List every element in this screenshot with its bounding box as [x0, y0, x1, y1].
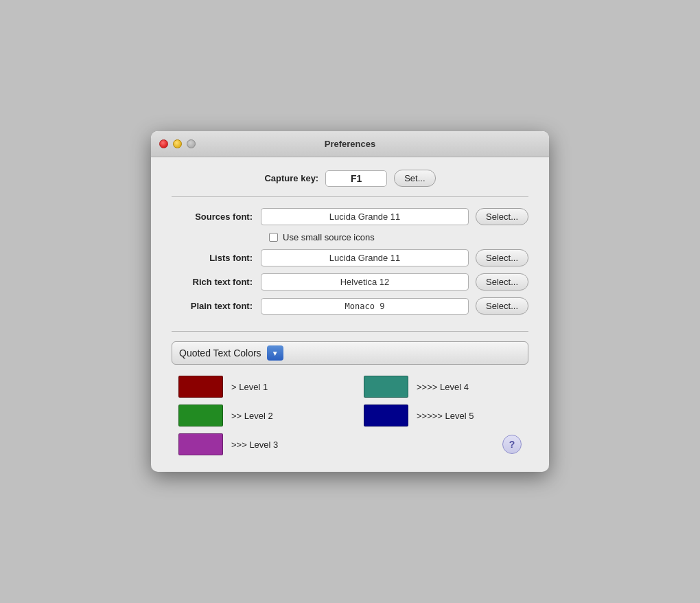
lists-font-select-button[interactable]: Select... [476, 249, 528, 266]
color-level-1-row: > Level 1 [178, 376, 336, 398]
lists-font-display: Lucida Grande 11 [261, 249, 469, 266]
set-key-button[interactable]: Set... [394, 170, 435, 187]
window-title: Preferences [325, 139, 375, 149]
color-level-4-label: >>>> Level 4 [417, 382, 469, 392]
color-level-5-row: >>>>> Level 5 [364, 405, 522, 426]
rich-text-font-select-button[interactable]: Select... [476, 273, 528, 291]
lists-font-label: Lists font: [172, 253, 261, 263]
rich-text-font-display: Helvetica 12 [261, 273, 469, 291]
minimize-button[interactable] [173, 139, 182, 148]
sources-font-row: Sources font: Lucida Grande 11 Select... [172, 208, 528, 225]
lists-font-row: Lists font: Lucida Grande 11 Select... [172, 249, 528, 266]
sources-font-select-button[interactable]: Select... [476, 208, 528, 225]
color-level-1-label: > Level 1 [231, 382, 268, 392]
help-row: ? [364, 433, 522, 455]
zoom-button[interactable] [187, 139, 196, 148]
small-icons-checkbox[interactable] [269, 233, 278, 242]
color-level-5-swatch[interactable] [364, 405, 408, 426]
quoted-text-colors-dropdown[interactable]: Quoted Text Colors ▼ [172, 341, 528, 365]
plain-text-font-select-button[interactable]: Select... [476, 297, 528, 315]
small-icons-label: Use small source icons [283, 232, 375, 242]
preferences-window: Preferences Capture key: F1 Set... Sourc… [151, 131, 549, 472]
color-level-4-row: >>>> Level 4 [364, 376, 522, 398]
color-level-2-swatch[interactable] [178, 405, 223, 426]
dropdown-arrow-icon: ▼ [267, 345, 283, 361]
color-level-1-swatch[interactable] [178, 376, 223, 398]
color-level-2-row: >> Level 2 [178, 405, 336, 426]
dropdown-label: Quoted Text Colors [179, 348, 261, 359]
color-level-2-label: >> Level 2 [231, 411, 273, 421]
close-button[interactable] [159, 139, 168, 148]
color-level-3-swatch[interactable] [178, 433, 223, 455]
font-section: Sources font: Lucida Grande 11 Select...… [172, 208, 528, 332]
plain-text-font-display: Monaco 9 [261, 298, 469, 315]
plain-text-font-label: Plain text font: [172, 301, 261, 311]
titlebar: Preferences [151, 131, 549, 157]
window-content: Capture key: F1 Set... Sources font: Luc… [151, 157, 549, 472]
rich-text-font-label: Rich text font: [172, 277, 261, 287]
color-level-4-swatch[interactable] [364, 376, 408, 398]
capture-key-label: Capture key: [264, 173, 318, 183]
color-grid: > Level 1 >>>> Level 4 >> Level 2 >>>>> … [172, 376, 528, 455]
colors-section: Quoted Text Colors ▼ > Level 1 >>>> Leve… [172, 341, 528, 455]
sources-font-display: Lucida Grande 11 [261, 208, 469, 225]
color-level-3-row: >>> Level 3 [178, 433, 336, 455]
small-icons-row: Use small source icons [269, 232, 528, 242]
plain-text-font-row: Plain text font: Monaco 9 Select... [172, 297, 528, 315]
color-level-3-label: >>> Level 3 [231, 440, 278, 450]
sources-font-label: Sources font: [172, 212, 261, 222]
capture-key-row: Capture key: F1 Set... [172, 170, 528, 197]
capture-key-display: F1 [325, 170, 387, 187]
color-level-5-label: >>>>> Level 5 [417, 411, 474, 421]
traffic-lights [159, 139, 196, 148]
help-button[interactable]: ? [502, 435, 522, 454]
rich-text-font-row: Rich text font: Helvetica 12 Select... [172, 273, 528, 291]
